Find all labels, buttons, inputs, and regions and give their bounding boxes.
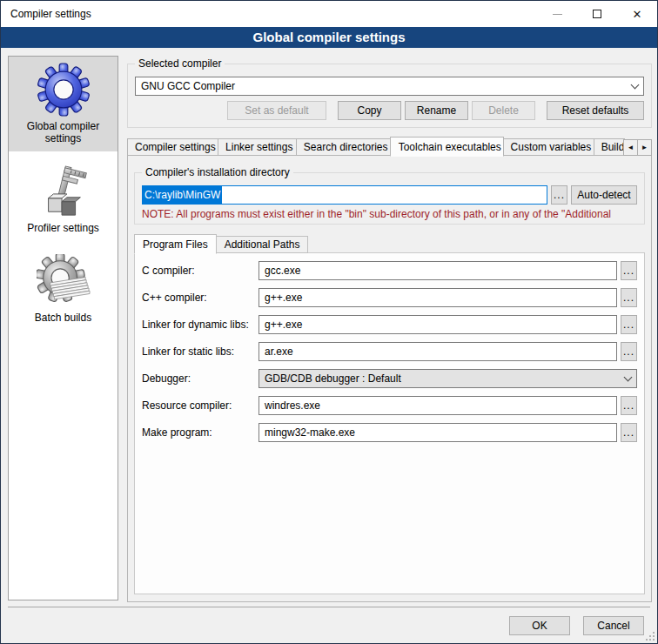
cpp-compiler-input[interactable]: g++.exe	[258, 288, 617, 307]
make-program-label: Make program:	[142, 426, 258, 439]
dynamic-linker-value: g++.exe	[265, 319, 302, 331]
make-program-browse-button[interactable]: ...	[621, 423, 637, 442]
tab-scroll-right-button[interactable]: ►	[637, 139, 652, 156]
footer-separator	[8, 607, 650, 607]
toolchain-executables-page: Compiler's installation directory C:\ray…	[127, 155, 652, 602]
resource-compiler-row: Resource compiler: windres.exe ...	[142, 396, 637, 415]
make-program-value: mingw32-make.exe	[265, 426, 355, 439]
tab-build-options[interactable]: Build	[594, 138, 625, 156]
window-controls: ✕	[537, 1, 657, 27]
cpp-compiler-label: C++ compiler:	[142, 292, 258, 304]
compiler-settings-dialog: Compiler settings ✕ Global compiler sett…	[0, 0, 658, 644]
delete-button[interactable]: Delete	[472, 101, 535, 120]
reset-defaults-button[interactable]: Reset defaults	[547, 101, 644, 120]
debugger-row: Debugger: GDB/CDB debugger : Default	[142, 369, 637, 388]
maximize-icon	[593, 10, 601, 18]
installation-dir-group: Compiler's installation directory C:\ray…	[134, 172, 645, 225]
bin-subdirectory-note: NOTE: All programs must exist either in …	[142, 208, 637, 220]
resource-compiler-label: Resource compiler:	[142, 399, 258, 412]
auto-detect-button[interactable]: Auto-detect	[571, 185, 637, 205]
cpp-compiler-browse-button[interactable]: ...	[621, 288, 637, 307]
sidebar-item-label: Global compiler settings	[9, 120, 118, 151]
page-title: Global compiler settings	[1, 27, 657, 48]
tab-program-files[interactable]: Program Files	[134, 234, 217, 254]
rename-button[interactable]: Rename	[405, 101, 468, 120]
titlebar: Compiler settings ✕	[1, 1, 657, 27]
tab-search-directories[interactable]: Search directories	[296, 138, 391, 156]
c-compiler-input[interactable]: gcc.exe	[258, 261, 617, 280]
gray-gear-papers-icon	[37, 254, 91, 308]
static-linker-row: Linker for static libs: ar.exe ...	[142, 342, 637, 361]
installation-dir-group-label: Compiler's installation directory	[142, 166, 293, 178]
close-icon: ✕	[633, 9, 642, 20]
resource-compiler-value: windres.exe	[265, 399, 320, 412]
compiler-select-value: GNU GCC Compiler	[141, 80, 632, 92]
sidebar-item-label: Batch builds	[9, 312, 118, 331]
c-compiler-browse-button[interactable]: ...	[621, 261, 637, 280]
arrow-right-icon: ►	[641, 144, 648, 151]
tab-toolchain-executables[interactable]: Toolchain executables	[390, 137, 504, 157]
cancel-button[interactable]: Cancel	[583, 616, 644, 635]
debugger-select[interactable]: GDB/CDB debugger : Default	[258, 369, 637, 388]
static-linker-input[interactable]: ar.exe	[258, 342, 617, 361]
tab-additional-paths[interactable]: Additional Paths	[216, 236, 309, 253]
debugger-label: Debugger:	[142, 372, 258, 385]
installation-dir-input[interactable]: C:\raylib\MinGW	[142, 185, 547, 205]
resource-compiler-browse-button[interactable]: ...	[621, 396, 637, 415]
copy-button[interactable]: Copy	[338, 101, 401, 120]
program-files-page: C compiler: gcc.exe ... C++ compiler: g+…	[134, 252, 645, 594]
c-compiler-value: gcc.exe	[265, 265, 300, 277]
dynamic-linker-input[interactable]: g++.exe	[258, 315, 617, 334]
c-compiler-label: C compiler:	[142, 265, 258, 277]
selected-compiler-group-label: Selected compiler	[135, 57, 225, 70]
minimize-button[interactable]	[537, 1, 577, 27]
sidebar-item-label: Profiler settings	[9, 222, 118, 241]
tab-linker-settings[interactable]: Linker settings	[218, 138, 297, 156]
chevron-down-icon	[624, 372, 633, 381]
chevron-down-icon	[631, 80, 640, 89]
tab-scroll-left-button[interactable]: ◄	[623, 139, 638, 156]
compiler-select[interactable]: GNU GCC Compiler	[135, 77, 644, 96]
window-title: Compiler settings	[1, 8, 91, 20]
set-as-default-button[interactable]: Set as default	[227, 101, 326, 120]
make-program-input[interactable]: mingw32-make.exe	[258, 423, 617, 442]
dynamic-linker-row: Linker for dynamic libs: g++.exe ...	[142, 315, 637, 334]
tab-scroll-arrows: ◄ ►	[624, 139, 652, 156]
static-linker-browse-button[interactable]: ...	[621, 342, 637, 361]
close-button[interactable]: ✕	[617, 1, 657, 27]
maximize-button[interactable]	[577, 1, 617, 27]
caliper-icon	[37, 164, 91, 218]
main-panel: Selected compiler GNU GCC Compiler Set a…	[127, 56, 652, 602]
installation-dir-row: C:\raylib\MinGW ... Auto-detect	[142, 185, 637, 205]
static-linker-value: ar.exe	[265, 345, 293, 358]
selected-compiler-group: Selected compiler GNU GCC Compiler Set a…	[127, 64, 652, 128]
resize-grip-icon[interactable]	[646, 632, 655, 641]
sidebar-item-profiler-settings[interactable]: Profiler settings	[9, 158, 118, 241]
arrow-left-icon: ◄	[628, 144, 634, 151]
sidebar-item-global-compiler-settings[interactable]: Global compiler settings	[9, 57, 118, 151]
tab-custom-variables[interactable]: Custom variables	[503, 138, 594, 156]
settings-sidebar: Global compiler settings	[8, 56, 118, 600]
installation-dir-browse-button[interactable]: ...	[551, 185, 567, 205]
dynamic-linker-label: Linker for dynamic libs:	[142, 319, 258, 331]
static-linker-label: Linker for static libs:	[142, 345, 258, 358]
cpp-compiler-value: g++.exe	[265, 292, 302, 304]
minimize-icon	[553, 14, 562, 15]
ok-button[interactable]: OK	[509, 616, 570, 635]
make-program-row: Make program: mingw32-make.exe ...	[142, 423, 637, 442]
compiler-buttons-row: Set as default Copy Rename Delete Reset …	[135, 101, 644, 120]
debugger-value: GDB/CDB debugger : Default	[265, 372, 625, 385]
installation-dir-selected-text: C:\raylib\MinGW	[143, 186, 222, 204]
footer-buttons: OK Cancel	[509, 616, 644, 635]
dynamic-linker-browse-button[interactable]: ...	[621, 315, 637, 334]
cpp-compiler-row: C++ compiler: g++.exe ...	[142, 288, 637, 307]
c-compiler-row: C compiler: gcc.exe ...	[142, 261, 637, 280]
tab-compiler-settings[interactable]: Compiler settings	[127, 138, 218, 156]
settings-tabstrip: Compiler settings Linker settings Search…	[127, 136, 652, 156]
resource-compiler-input[interactable]: windres.exe	[258, 396, 617, 415]
blue-gear-icon	[37, 63, 91, 117]
sidebar-item-batch-builds[interactable]: Batch builds	[9, 248, 118, 331]
program-tabs: Program Files Additional Paths	[134, 233, 645, 253]
